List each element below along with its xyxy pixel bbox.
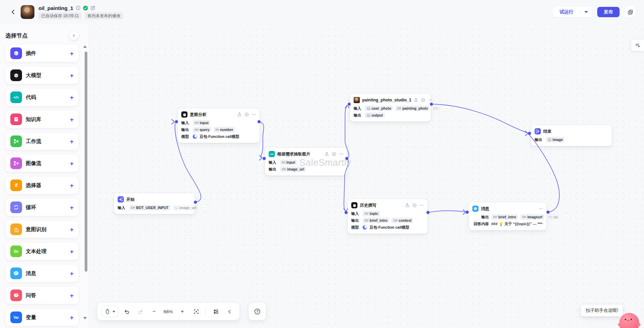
sidebar-item-plugin[interactable]: 插件 + [6, 45, 78, 62]
add-loop-button[interactable]: + [70, 204, 74, 211]
sidebar-item-code[interactable]: </> 代码 + [6, 89, 78, 106]
caret-down-icon [584, 11, 588, 13]
sidebar-item-message[interactable]: 消息 + [6, 265, 78, 282]
collapse-toolbar-button[interactable] [224, 306, 235, 317]
test-run-dropdown-button[interactable] [580, 7, 592, 17]
sidebar-item-label: 循环 [26, 204, 36, 211]
sidebar-item-selector[interactable]: If 选择器 + [6, 177, 78, 194]
pointer-mode-selector[interactable] [101, 306, 119, 317]
add-intent-button[interactable]: + [70, 226, 74, 233]
param-tag: Strbrief_intro [363, 218, 389, 223]
row-label: 输出 [472, 215, 489, 220]
fit-view-button[interactable] [190, 306, 202, 317]
chevron-left-icon [10, 9, 16, 15]
add-message-button[interactable]: + [70, 270, 74, 277]
model-name: 豆包·Function call模型 [369, 225, 409, 230]
sidebar-item-intent[interactable]: 意图识别 + [6, 221, 78, 238]
node-message[interactable]: 消息 输出 Strbrief_intro Strimageurl Strco ⋯… [469, 202, 547, 230]
node-painting-photo-studio[interactable]: painting_photo_studio_1 输入 user_photo St… [350, 94, 431, 122]
fit-view-icon [193, 309, 199, 315]
mascot-eye [631, 319, 632, 320]
title-block: oil_painting_1 已自动保存 18:09:11 有尚未发布的修改 [39, 5, 123, 19]
more-icon[interactable] [428, 98, 432, 102]
row-label: 回答内容 [472, 221, 489, 227]
sidebar-item-variable[interactable]: Var 变量 + [6, 309, 78, 326]
run-node-icon[interactable] [412, 203, 417, 207]
info-icon[interactable] [76, 6, 80, 10]
node-title: 消息 [481, 206, 489, 212]
divider [206, 308, 206, 315]
redo-button[interactable] [135, 306, 146, 317]
node-history-writer[interactable]: 历史撰写 输入 Strtopic 输出 Strbrief_intro Strco… [347, 199, 428, 234]
zoom-out-button[interactable]: − [148, 306, 160, 317]
add-qa-button[interactable]: + [70, 292, 74, 299]
debug-icon[interactable] [414, 98, 418, 102]
test-run-button[interactable]: 试运行 [553, 7, 580, 17]
sidebar-item-qa[interactable]: ? 问答 + [6, 287, 78, 304]
row-label: 输出 [269, 167, 278, 172]
more-params-tag[interactable]: ⋯ [442, 106, 450, 111]
zoom-level: 66% [162, 309, 174, 314]
sidebar-item-knowledge[interactable]: 知识库 + [6, 111, 78, 128]
sidebar-item-loop[interactable]: 循环 + [6, 199, 78, 216]
knowledge-icon [10, 113, 22, 125]
top-bar: oil_painting_1 已自动保存 18:09:11 有尚未发布的修改 试… [0, 0, 644, 24]
doubao-model-icon [193, 134, 197, 139]
publish-button[interactable]: 发布 [597, 7, 620, 17]
assistant-tooltip: 扣子助手在这呢! [581, 305, 623, 316]
back-button[interactable] [8, 7, 18, 17]
node-extract-image[interactable]: </> 根据需求抽取图片 输入 №input 输出 Strimage_url [265, 147, 347, 176]
llm-node-icon [351, 202, 357, 208]
sidebar-item-text[interactable]: Str 文本处理 + [6, 243, 78, 260]
param-tag: Strcontext [391, 218, 413, 223]
add-workflow-button[interactable]: + [70, 138, 74, 145]
run-node-icon[interactable] [421, 98, 425, 102]
run-node-icon[interactable] [245, 112, 249, 117]
more-icon[interactable] [252, 112, 256, 117]
node-intent-analysis[interactable]: 意图分析 输入 Strinput 输出 Strquery №number 模型 … [178, 108, 260, 143]
add-llm-button[interactable]: + [70, 72, 74, 79]
more-icon[interactable] [420, 203, 424, 207]
node-end[interactable]: 结束 输出 image [531, 125, 612, 146]
add-plugin-button[interactable]: + [70, 50, 74, 57]
scrollbar-down-arrow[interactable] [83, 317, 87, 319]
add-code-button[interactable]: + [70, 94, 74, 101]
duplicate-window-button[interactable] [625, 7, 636, 18]
auto-layout-icon [213, 309, 219, 315]
zoom-in-button[interactable]: + [176, 306, 188, 317]
sidebar-item-llm[interactable]: 大模型 + [6, 67, 78, 84]
intent-icon [10, 223, 22, 235]
debug-icon[interactable] [237, 112, 242, 117]
add-selector-button[interactable]: + [70, 182, 74, 189]
sidebar-item-imageflow[interactable]: 图像流 + [6, 155, 78, 172]
more-icon[interactable] [339, 152, 343, 156]
port[interactable] [547, 211, 550, 214]
node-title: painting_photo_studio_1 [362, 98, 411, 102]
add-knowledge-button[interactable]: + [70, 116, 74, 123]
sidebar-item-workflow[interactable]: 工作流 + [6, 133, 78, 150]
plugin-node-avatar [354, 97, 360, 103]
add-variable-button[interactable]: + [70, 314, 74, 321]
undo-button[interactable] [121, 306, 132, 317]
more-params-tag[interactable]: ⋯ [562, 214, 570, 220]
assistant-mascot[interactable] [619, 313, 639, 328]
scrollbar-up-arrow[interactable] [83, 45, 87, 48]
run-node-icon[interactable] [332, 152, 336, 156]
sidebar-collapse-button[interactable]: ‹ [69, 31, 78, 40]
llm-node-icon [181, 111, 187, 118]
add-imageflow-button[interactable]: + [70, 160, 74, 167]
more-icon[interactable] [539, 207, 543, 211]
more-params-tag[interactable]: ⋯ [201, 205, 208, 210]
run-log-button[interactable] [631, 40, 644, 51]
edit-icon[interactable] [90, 6, 95, 10]
debug-icon[interactable] [325, 152, 329, 156]
sidebar-scrollbar-thumb[interactable] [85, 52, 87, 272]
auto-layout-button[interactable] [210, 306, 222, 317]
help-button[interactable]: ? [249, 303, 266, 320]
caret-down-icon [112, 311, 115, 313]
workflow-canvas[interactable]: SaleSmartly 开始 输入 StrBOT_USER_INPUT imag… [89, 24, 644, 328]
debug-icon[interactable] [405, 203, 409, 207]
add-text-button[interactable]: + [70, 248, 74, 255]
start-node-icon [118, 196, 124, 203]
node-start[interactable]: 开始 输入 StrBOT_USER_INPUT image_url ⋯ [114, 193, 195, 214]
